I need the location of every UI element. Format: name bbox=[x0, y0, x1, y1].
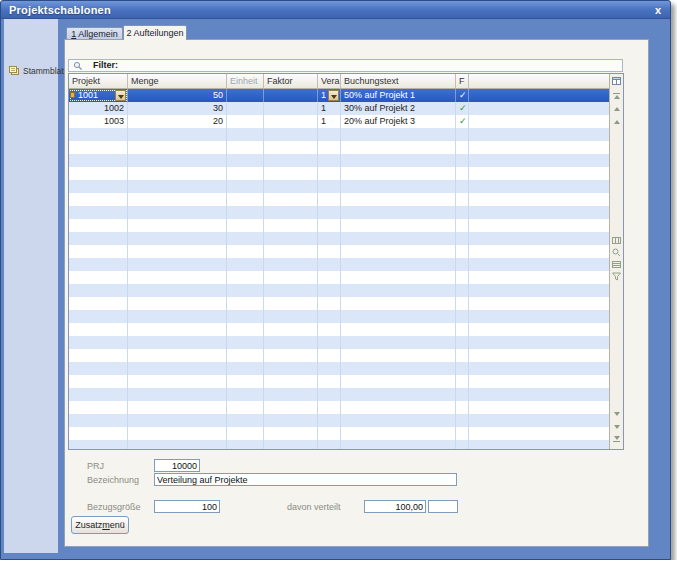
cell-vera[interactable] bbox=[318, 401, 341, 414]
cell-f[interactable] bbox=[456, 349, 469, 362]
cell-faktor[interactable] bbox=[264, 440, 318, 449]
cell-f[interactable] bbox=[456, 401, 469, 414]
cell-vera[interactable] bbox=[318, 414, 341, 427]
cell-f[interactable] bbox=[456, 388, 469, 401]
column-header-faktor[interactable]: Faktor bbox=[264, 74, 318, 88]
cell-einheit[interactable] bbox=[227, 323, 264, 336]
cell-buchungstext[interactable] bbox=[341, 180, 456, 193]
cell-einheit[interactable] bbox=[227, 401, 264, 414]
cell-einheit[interactable] bbox=[227, 180, 264, 193]
cell-einheit[interactable] bbox=[227, 128, 264, 141]
cell-buchungstext[interactable] bbox=[341, 336, 456, 349]
cell-menge[interactable] bbox=[128, 193, 227, 206]
cell-menge[interactable] bbox=[128, 414, 227, 427]
cell-faktor[interactable] bbox=[264, 336, 318, 349]
cell-buchungstext[interactable] bbox=[341, 232, 456, 245]
table-row[interactable] bbox=[69, 167, 609, 180]
cell-menge[interactable]: 20 bbox=[128, 115, 227, 128]
cell-projekt[interactable] bbox=[69, 388, 128, 401]
cell-vera[interactable] bbox=[318, 232, 341, 245]
cell-buchungstext[interactable] bbox=[341, 388, 456, 401]
cell-vera[interactable] bbox=[318, 362, 341, 375]
cell-menge[interactable] bbox=[128, 284, 227, 297]
cell-vera[interactable] bbox=[318, 427, 341, 440]
cell-faktor[interactable] bbox=[264, 245, 318, 258]
bezugsgroesse-input[interactable] bbox=[154, 500, 220, 513]
cell-faktor[interactable] bbox=[264, 362, 318, 375]
cell-vera[interactable] bbox=[318, 167, 341, 180]
cell-projekt[interactable] bbox=[69, 427, 128, 440]
cell-menge[interactable] bbox=[128, 219, 227, 232]
table-row[interactable] bbox=[69, 206, 609, 219]
table-row[interactable]: 100320120% auf Projekt 3✓ bbox=[69, 115, 609, 128]
cell-vera[interactable] bbox=[318, 310, 341, 323]
cell-einheit[interactable] bbox=[227, 310, 264, 323]
table-row[interactable]: 100230130% auf Projekt 2✓ bbox=[69, 102, 609, 115]
cell-faktor[interactable] bbox=[264, 180, 318, 193]
cell-vera[interactable] bbox=[318, 323, 341, 336]
cell-einheit[interactable] bbox=[227, 271, 264, 284]
cell-f[interactable] bbox=[456, 440, 469, 449]
table-search-icon[interactable] bbox=[611, 247, 622, 258]
cell-faktor[interactable] bbox=[264, 154, 318, 167]
table-row[interactable] bbox=[69, 232, 609, 245]
cell-f[interactable] bbox=[456, 245, 469, 258]
cell-projekt[interactable] bbox=[69, 141, 128, 154]
cell-faktor[interactable] bbox=[264, 414, 318, 427]
table-row[interactable] bbox=[69, 440, 609, 449]
cell-f[interactable] bbox=[456, 167, 469, 180]
cell-projekt[interactable] bbox=[69, 180, 128, 193]
cell-einheit[interactable] bbox=[227, 336, 264, 349]
cell-f[interactable] bbox=[456, 362, 469, 375]
cell-projekt[interactable] bbox=[69, 284, 128, 297]
cell-vera[interactable] bbox=[318, 206, 341, 219]
cell-f[interactable]: ✓ bbox=[456, 89, 469, 102]
cell-f[interactable] bbox=[456, 271, 469, 284]
cell-vera[interactable] bbox=[318, 271, 341, 284]
cell-projekt[interactable] bbox=[69, 258, 128, 271]
column-header-einheit[interactable]: Einheit bbox=[227, 74, 264, 88]
cell-faktor[interactable] bbox=[264, 401, 318, 414]
cell-buchungstext[interactable] bbox=[341, 258, 456, 271]
scroll-last-button[interactable] bbox=[610, 433, 623, 446]
cell-einheit[interactable] bbox=[227, 102, 264, 115]
scroll-up-button[interactable] bbox=[610, 115, 623, 128]
tab-aufteilungen[interactable]: 2 Aufteilungen bbox=[123, 25, 187, 40]
cell-menge[interactable] bbox=[128, 297, 227, 310]
list-rows-icon[interactable] bbox=[611, 259, 622, 270]
table-row[interactable] bbox=[69, 349, 609, 362]
table-row[interactable] bbox=[69, 271, 609, 284]
cell-projekt[interactable] bbox=[69, 375, 128, 388]
cell-f[interactable] bbox=[456, 284, 469, 297]
cell-buchungstext[interactable] bbox=[341, 141, 456, 154]
cell-faktor[interactable] bbox=[264, 115, 318, 128]
cell-vera[interactable] bbox=[318, 440, 341, 449]
cell-menge[interactable] bbox=[128, 362, 227, 375]
davon-verteilt-extra-input[interactable] bbox=[428, 500, 458, 513]
cell-f[interactable] bbox=[456, 206, 469, 219]
cell-buchungstext[interactable] bbox=[341, 271, 456, 284]
cell-vera[interactable] bbox=[318, 375, 341, 388]
cell-buchungstext[interactable] bbox=[341, 362, 456, 375]
cell-f[interactable] bbox=[456, 154, 469, 167]
cell-vera[interactable] bbox=[318, 128, 341, 141]
davon-verteilt-input[interactable] bbox=[364, 500, 426, 513]
cell-einheit[interactable] bbox=[227, 349, 264, 362]
cell-menge[interactable] bbox=[128, 401, 227, 414]
cell-einheit[interactable] bbox=[227, 89, 264, 102]
cell-faktor[interactable] bbox=[264, 167, 318, 180]
cell-buchungstext[interactable] bbox=[341, 128, 456, 141]
cell-projekt[interactable] bbox=[69, 297, 128, 310]
cell-faktor[interactable] bbox=[264, 310, 318, 323]
table-row[interactable] bbox=[69, 297, 609, 310]
table-row[interactable] bbox=[69, 323, 609, 336]
cell-vera[interactable] bbox=[318, 297, 341, 310]
cell-buchungstext[interactable] bbox=[341, 427, 456, 440]
cell-faktor[interactable] bbox=[264, 271, 318, 284]
cell-projekt[interactable] bbox=[69, 271, 128, 284]
cell-buchungstext[interactable] bbox=[341, 219, 456, 232]
cell-faktor[interactable] bbox=[264, 323, 318, 336]
table-row[interactable] bbox=[69, 141, 609, 154]
prj-input[interactable] bbox=[154, 459, 200, 472]
cell-einheit[interactable] bbox=[227, 232, 264, 245]
